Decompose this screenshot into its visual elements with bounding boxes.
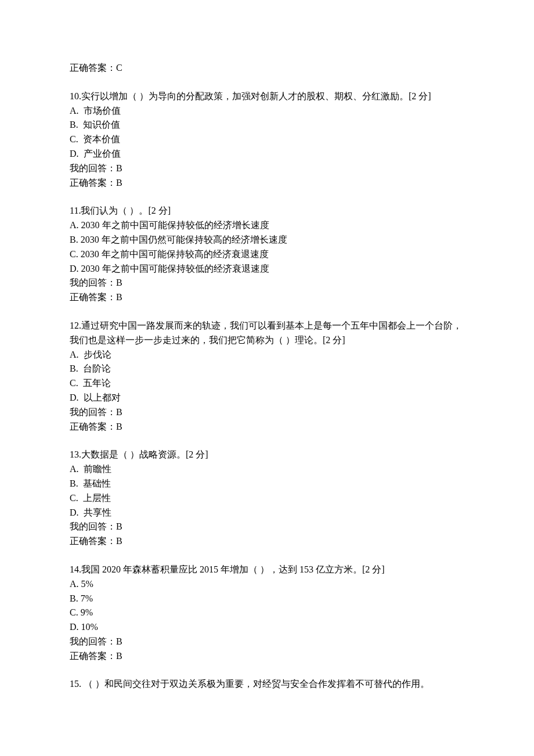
question-stem: 11.我们认为（ ）。[2 分] (70, 204, 464, 218)
option-d: D. 10% (70, 620, 464, 635)
option-b: B. 知识价值 (70, 118, 464, 132)
option-d: D. 以上都对 (70, 391, 464, 405)
question-points: [2 分] (409, 91, 431, 101)
document-page: 正确答案：C 10.实行以增加（ ）为导向的分配政策，加强对创新人才的股权、期权… (0, 0, 534, 756)
option-d: D. 共享性 (70, 506, 464, 520)
stem-text: 实行以增加（ ）为导向的分配政策，加强对创新人才的股权、期权、分红激励。 (81, 91, 409, 101)
option-a: A. 前瞻性 (70, 462, 464, 477)
option-a: A. 2030 年之前中国可能保持较低的经济增长速度 (70, 218, 464, 233)
spacer (70, 663, 464, 677)
question-points: [2 分] (323, 335, 345, 345)
question-stem: 10.实行以增加（ ）为导向的分配政策，加强对创新人才的股权、期权、分红激励。[… (70, 89, 464, 104)
question-points: [2 分] (186, 449, 208, 459)
option-c: C. 上层性 (70, 491, 464, 506)
question-number: 13. (70, 449, 81, 459)
option-c: C. 9% (70, 606, 464, 620)
option-a: A. 市场价值 (70, 104, 464, 118)
option-c: C. 五年论 (70, 376, 464, 391)
question-number: 10. (70, 91, 81, 101)
correct-answer: 正确答案：B (70, 649, 464, 664)
question-stem: 12.通过研究中国一路发展而来的轨迹，我们可以看到基本上是每一个五年中国都会上一… (70, 319, 464, 348)
option-a: A. 5% (70, 577, 464, 592)
my-answer: 我的回答：B (70, 161, 464, 176)
stem-text: 通过研究中国一路发展而来的轨迹，我们可以看到基本上是每一个五年中国都会上一个台阶… (70, 321, 462, 345)
spacer (70, 434, 464, 448)
question-number: 11. (70, 206, 81, 215)
option-c: C. 资本价值 (70, 132, 464, 147)
spacer (70, 190, 464, 204)
my-answer: 我的回答：B (70, 520, 464, 534)
option-b: B. 基础性 (70, 477, 464, 491)
spacer (70, 549, 464, 563)
question-number: 15. (70, 679, 84, 689)
option-b: B. 台阶论 (70, 362, 464, 376)
option-d: D. 产业价值 (70, 147, 464, 161)
stem-text: 我国 2020 年森林蓄积量应比 2015 年增加（ ），达到 153 亿立方米… (81, 564, 362, 574)
question-points: [2 分] (148, 206, 171, 215)
option-a: A. 步伐论 (70, 348, 464, 362)
correct-answer: 正确答案：B (70, 290, 464, 305)
question-stem: 13.大数据是（ ）战略资源。[2 分] (70, 448, 464, 462)
option-c: C. 2030 年之前中国可能保持较高的经济衰退速度 (70, 247, 464, 262)
spacer (70, 305, 464, 319)
correct-answer: 正确答案：B (70, 534, 464, 549)
stem-text: 大数据是（ ）战略资源。 (81, 449, 186, 459)
correct-answer: 正确答案：B (70, 176, 464, 190)
option-d: D. 2030 年之前中国可能保持较低的经济衰退速度 (70, 262, 464, 276)
option-b: B. 7% (70, 592, 464, 606)
spacer (70, 75, 464, 89)
question-number: 12. (70, 321, 81, 330)
correct-answer-header: 正确答案：C (70, 61, 464, 75)
my-answer: 我的回答：B (70, 405, 464, 420)
option-b: B. 2030 年之前中国仍然可能保持较高的经济增长速度 (70, 233, 464, 247)
question-number: 14. (70, 564, 81, 574)
my-answer: 我的回答：B (70, 635, 464, 649)
stem-text: （ ）和民间交往对于双边关系极为重要，对经贸与安全合作发挥着不可替代的作用。 (84, 679, 430, 689)
question-points: [2 分] (362, 564, 385, 574)
stem-text: 我们认为（ ）。 (81, 206, 148, 215)
correct-answer: 正确答案：B (70, 420, 464, 434)
question-stem: 15. （ ）和民间交往对于双边关系极为重要，对经贸与安全合作发挥着不可替代的作… (70, 677, 464, 692)
question-stem: 14.我国 2020 年森林蓄积量应比 2015 年增加（ ），达到 153 亿… (70, 563, 464, 577)
my-answer: 我的回答：B (70, 276, 464, 290)
